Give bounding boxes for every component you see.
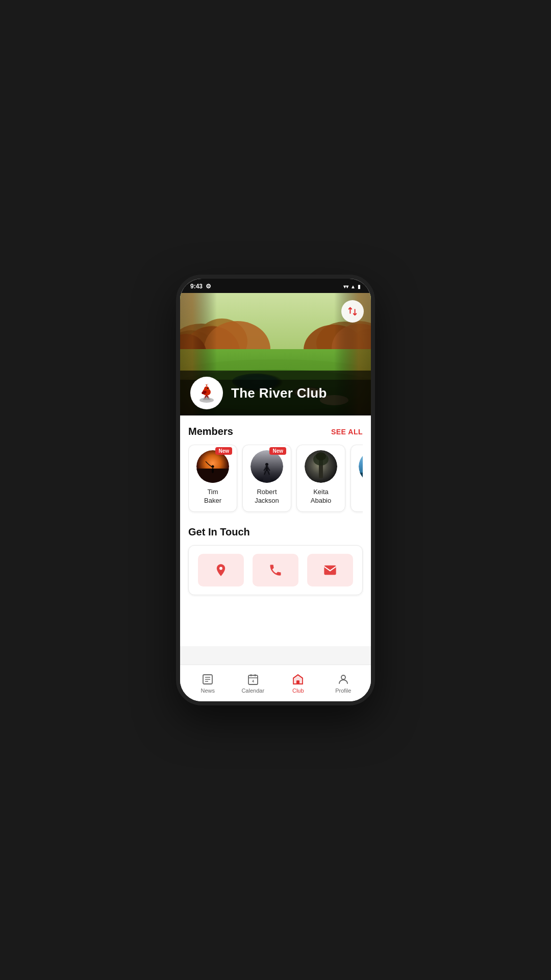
member-name-tim: TimBaker <box>204 488 221 505</box>
members-list: New <box>188 445 363 514</box>
member-name-keita: KeitaAbabio <box>311 488 331 505</box>
club-label: Club <box>292 688 304 694</box>
contact-card <box>188 545 363 595</box>
get-in-touch-header: Get In Touch <box>188 526 363 538</box>
news-label: News <box>201 688 215 694</box>
member-card-keita[interactable]: KeitaAbabio <box>296 445 345 512</box>
phone-icon <box>268 563 283 577</box>
news-icon <box>202 673 214 685</box>
svg-point-40 <box>265 463 268 466</box>
main-content: Members SEE ALL New <box>180 415 371 646</box>
profile-label: Profile <box>335 688 351 694</box>
email-button[interactable] <box>307 554 353 586</box>
robert-avatar-svg <box>251 450 283 483</box>
club-logo <box>190 377 223 409</box>
phone-frame: 9:43 ⚙ ▾▾ ▲ ▮ <box>176 275 375 705</box>
member-avatar-wrap-tim: New <box>196 450 229 483</box>
svg-rect-50 <box>359 450 363 483</box>
member-avatar-wrap-frik <box>359 450 363 483</box>
nav-club[interactable]: Club <box>276 673 321 694</box>
svg-point-67 <box>341 675 345 679</box>
nav-calendar[interactable]: 4 Calendar <box>231 673 276 694</box>
profile-icon <box>337 673 349 685</box>
member-name-robert: RobertJackson <box>255 488 279 505</box>
time-display: 9:43 <box>190 283 203 290</box>
see-all-button[interactable]: SEE ALL <box>331 428 363 436</box>
new-badge-tim: New <box>215 447 232 455</box>
battery-icon: ▮ <box>358 284 361 289</box>
frik-avatar-svg <box>359 450 363 483</box>
tim-avatar-svg <box>196 450 229 483</box>
members-title: Members <box>188 426 233 437</box>
club-name: The River Club <box>231 385 327 401</box>
status-bar: 9:43 ⚙ ▾▾ ▲ ▮ <box>180 279 371 293</box>
member-avatar-wrap-robert: New <box>251 450 283 483</box>
get-in-touch-title: Get In Touch <box>188 526 250 538</box>
member-avatar-frik <box>359 450 363 483</box>
member-card-frik[interactable]: FrikBekker <box>350 445 363 512</box>
member-avatar-wrap-keita <box>305 450 337 483</box>
email-icon <box>323 563 337 577</box>
members-section: Members SEE ALL New <box>180 415 371 522</box>
hero-bottom-bar: The River Club <box>180 371 371 415</box>
svg-point-34 <box>212 468 214 473</box>
signal-icon: ▲ <box>350 284 356 289</box>
member-avatar-keita <box>305 450 337 483</box>
bottom-navigation: News 4 Calendar Club <box>180 665 371 701</box>
new-badge-robert: New <box>269 447 286 455</box>
svg-rect-41 <box>266 466 268 471</box>
android-nav-bar: ◁ ○ □ <box>180 701 371 705</box>
calendar-label: Calendar <box>241 688 264 694</box>
svg-text:4: 4 <box>252 679 254 683</box>
calendar-icon: 4 <box>247 673 259 685</box>
nav-profile[interactable]: Profile <box>321 673 366 694</box>
settings-icon: ⚙ <box>206 283 211 290</box>
hero-section: The River Club <box>180 293 371 415</box>
svg-rect-66 <box>296 680 299 684</box>
svg-rect-51 <box>359 473 363 483</box>
get-in-touch-section: Get In Touch <box>180 522 371 605</box>
location-icon <box>214 563 228 577</box>
wifi-icon: ▾▾ <box>343 284 348 289</box>
member-avatar-tim <box>196 450 229 483</box>
club-home-icon <box>292 673 304 685</box>
club-logo-bird <box>194 381 219 405</box>
svg-point-30 <box>207 388 208 389</box>
nav-news[interactable]: News <box>185 673 231 694</box>
member-avatar-robert <box>251 450 283 483</box>
location-button[interactable] <box>198 554 244 586</box>
keita-avatar-svg <box>305 450 337 483</box>
screen-content: The River Club Members SEE ALL New <box>180 293 371 701</box>
swap-button[interactable] <box>341 300 364 323</box>
phone-button[interactable] <box>253 554 298 586</box>
members-header: Members SEE ALL <box>188 426 363 437</box>
member-card-tim[interactable]: New <box>188 445 237 512</box>
member-card-robert[interactable]: New <box>242 445 291 512</box>
swap-icon <box>347 306 358 317</box>
svg-point-55 <box>219 567 222 570</box>
svg-point-49 <box>316 452 326 460</box>
